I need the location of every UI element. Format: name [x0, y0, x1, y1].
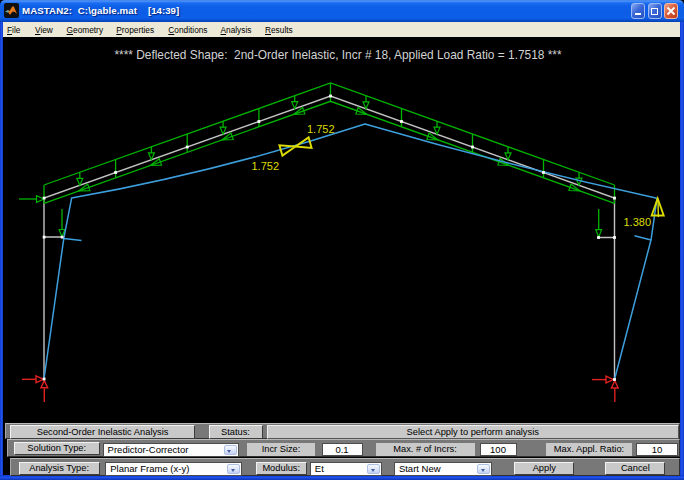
svg-text:1.752: 1.752: [307, 123, 335, 135]
svg-text:1.380: 1.380: [624, 216, 652, 228]
svg-text:1.752: 1.752: [252, 160, 280, 172]
svg-text:**** Deflected Shape: 2nd-Ord: **** Deflected Shape: 2nd-Order Inelasti…: [114, 48, 562, 62]
